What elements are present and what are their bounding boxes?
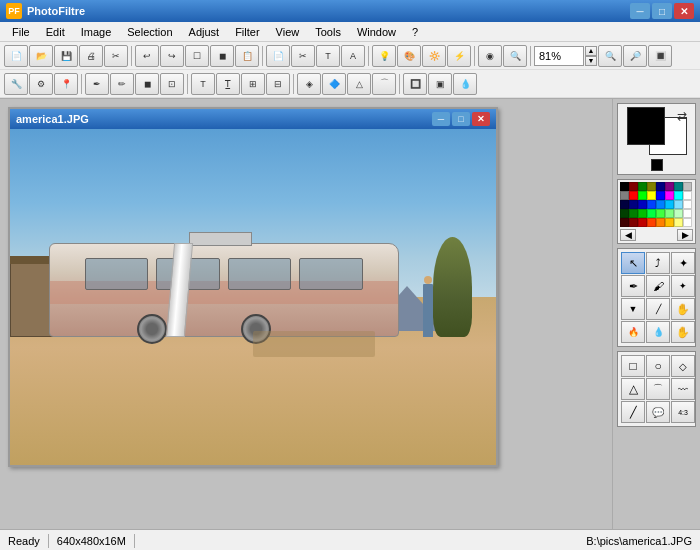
menu-item-edit[interactable]: Edit — [38, 24, 73, 40]
toolbar2-button-16[interactable]: ▣ — [428, 73, 452, 95]
toolbar2-button-1[interactable]: ⚙ — [29, 73, 53, 95]
menu-item-selection[interactable]: Selection — [119, 24, 180, 40]
blur-tool-button[interactable]: 💧 — [646, 321, 670, 343]
toolbar1-button-19[interactable]: 🔍 — [503, 45, 527, 67]
palette-color-1[interactable] — [629, 182, 638, 191]
menu-item-adjust[interactable]: Adjust — [181, 24, 228, 40]
menu-item-image[interactable]: Image — [73, 24, 120, 40]
menu-item-file[interactable]: File — [4, 24, 38, 40]
toolbar2-button-15[interactable]: 🔲 — [403, 73, 427, 95]
minimize-button[interactable]: ─ — [630, 3, 650, 19]
toolbar2-button-5[interactable]: ◼ — [135, 73, 159, 95]
palette-color-20[interactable] — [656, 200, 665, 209]
close-button[interactable]: ✕ — [674, 3, 694, 19]
image-close-button[interactable]: ✕ — [472, 112, 490, 126]
select-tool-button[interactable]: ↖ — [621, 252, 645, 274]
toolbar2-button-12[interactable]: 🔷 — [322, 73, 346, 95]
toolbar1-button-5[interactable]: ↩ — [135, 45, 159, 67]
palette-color-36[interactable] — [656, 218, 665, 227]
menu-item-tools[interactable]: Tools — [307, 24, 349, 40]
toolbar1-button-10[interactable]: 📄 — [266, 45, 290, 67]
palette-color-16[interactable] — [620, 200, 629, 209]
palette-color-21[interactable] — [665, 200, 674, 209]
toolbar2-button-13[interactable]: △ — [347, 73, 371, 95]
palette-color-13[interactable] — [665, 191, 674, 200]
line-shape-button[interactable]: ╱ — [621, 401, 645, 423]
toolbar2-button-0[interactable]: 🔧 — [4, 73, 28, 95]
palette-color-39[interactable] — [683, 218, 692, 227]
palette-color-26[interactable] — [638, 209, 647, 218]
toolbar1-button-16[interactable]: 🔆 — [422, 45, 446, 67]
speak-shape-button[interactable]: 💬 — [646, 401, 670, 423]
color-swap-icon[interactable]: ⇄ — [677, 109, 687, 123]
toolbar1-button-8[interactable]: ◼ — [210, 45, 234, 67]
eraser-tool-button[interactable]: ✦ — [671, 275, 695, 297]
toolbar1-button-11[interactable]: ✂ — [291, 45, 315, 67]
palette-color-22[interactable] — [674, 200, 683, 209]
zoom-button-1[interactable]: 🔎 — [623, 45, 647, 67]
lasso-tool-button[interactable]: ⤴ — [646, 252, 670, 274]
bucket-tool-button[interactable]: ▼ — [621, 298, 645, 320]
toolbar1-button-7[interactable]: ☐ — [185, 45, 209, 67]
palette-color-35[interactable] — [647, 218, 656, 227]
palette-color-23[interactable] — [683, 200, 692, 209]
move-tool-button[interactable]: ✋ — [671, 298, 695, 320]
toolbar2-button-6[interactable]: ⊡ — [160, 73, 184, 95]
toolbar1-button-12[interactable]: T — [316, 45, 340, 67]
palette-color-14[interactable] — [674, 191, 683, 200]
zoom-in-button[interactable]: ▲ — [585, 46, 597, 56]
maximize-button[interactable]: □ — [652, 3, 672, 19]
toolbar2-button-2[interactable]: 📍 — [54, 73, 78, 95]
toolbar2-button-8[interactable]: T̲ — [216, 73, 240, 95]
toolbar1-button-9[interactable]: 📋 — [235, 45, 259, 67]
palette-next-button[interactable]: ▶ — [677, 229, 693, 241]
triangle-shape-button[interactable]: △ — [621, 378, 645, 400]
toolbar1-button-2[interactable]: 💾 — [54, 45, 78, 67]
free-shape-button[interactable]: 〰 — [671, 378, 695, 400]
pencil-tool-button[interactable]: ✒ — [621, 275, 645, 297]
toolbar2-button-9[interactable]: ⊞ — [241, 73, 265, 95]
zoom-button-0[interactable]: 🔍 — [598, 45, 622, 67]
menu-item-filter[interactable]: Filter — [227, 24, 267, 40]
toolbar1-button-14[interactable]: 💡 — [372, 45, 396, 67]
palette-color-33[interactable] — [629, 218, 638, 227]
ellipse-shape-button[interactable]: ○ — [646, 355, 670, 377]
palette-color-37[interactable] — [665, 218, 674, 227]
palette-color-5[interactable] — [665, 182, 674, 191]
palette-color-38[interactable] — [674, 218, 683, 227]
palette-color-25[interactable] — [629, 209, 638, 218]
toolbar2-button-3[interactable]: ✒ — [85, 73, 109, 95]
palette-color-0[interactable] — [620, 182, 629, 191]
dropper-tool-button[interactable]: ╱ — [646, 298, 670, 320]
crop-tool-button[interactable]: ✋ — [671, 321, 695, 343]
palette-color-18[interactable] — [638, 200, 647, 209]
diamond-shape-button[interactable]: ◇ — [671, 355, 695, 377]
palette-color-10[interactable] — [638, 191, 647, 200]
image-window[interactable]: america1.JPG ─ □ ✕ — [8, 107, 498, 467]
palette-color-34[interactable] — [638, 218, 647, 227]
palette-color-27[interactable] — [647, 209, 656, 218]
menu-item-view[interactable]: View — [268, 24, 308, 40]
palette-color-7[interactable] — [683, 182, 692, 191]
toolbar1-button-15[interactable]: 🎨 — [397, 45, 421, 67]
arc-shape-button[interactable]: ⌒ — [646, 378, 670, 400]
palette-color-6[interactable] — [674, 182, 683, 191]
palette-color-2[interactable] — [638, 182, 647, 191]
wand-tool-button[interactable]: ✦ — [671, 252, 695, 274]
toolbar1-button-3[interactable]: 🖨 — [79, 45, 103, 67]
rect-shape-button[interactable]: □ — [621, 355, 645, 377]
palette-color-12[interactable] — [656, 191, 665, 200]
zoom-out-button[interactable]: ▼ — [585, 56, 597, 66]
palette-color-19[interactable] — [647, 200, 656, 209]
toolbar2-button-7[interactable]: T — [191, 73, 215, 95]
image-minimize-button[interactable]: ─ — [432, 112, 450, 126]
brush-tool-button[interactable]: 🖌 — [646, 275, 670, 297]
foreground-color-swatch[interactable] — [627, 107, 665, 145]
palette-color-24[interactable] — [620, 209, 629, 218]
palette-color-17[interactable] — [629, 200, 638, 209]
menu-item-?[interactable]: ? — [404, 24, 426, 40]
toolbar1-button-18[interactable]: ◉ — [478, 45, 502, 67]
toolbar2-button-4[interactable]: ✏ — [110, 73, 134, 95]
palette-color-30[interactable] — [674, 209, 683, 218]
toolbar1-button-6[interactable]: ↪ — [160, 45, 184, 67]
